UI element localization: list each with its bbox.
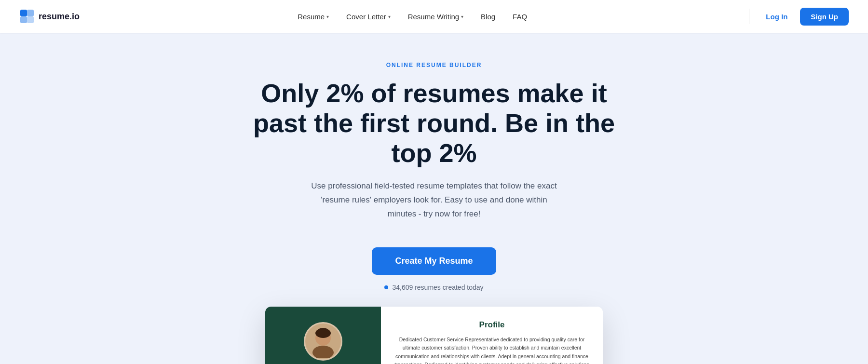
svg-rect-0	[20, 10, 27, 16]
nav-blog[interactable]: Blog	[474, 9, 502, 25]
chevron-down-icon: ▾	[388, 14, 391, 19]
header-divider	[749, 9, 749, 24]
resume-preview-wrapper: Sophie Walton CUSTOMER SERVICEREPRESENTA…	[10, 307, 858, 364]
logo-text: resume.io	[39, 12, 80, 22]
hero-subtitle: Use professional field-tested resume tem…	[309, 179, 559, 221]
hero-title: Only 2% of resumes make it past the firs…	[251, 78, 617, 168]
logo-link[interactable]: resume.io	[19, 9, 80, 24]
resume-count: 34,609 resumes created today	[10, 283, 858, 291]
nav-resume[interactable]: Resume ▾	[291, 9, 336, 25]
resume-right-panel: Profile Dedicated Customer Service Repre…	[381, 307, 603, 364]
hero-section: ONLINE RESUME BUILDER Only 2% of resumes…	[0, 33, 868, 364]
svg-point-7	[317, 328, 329, 335]
nav-cover-letter[interactable]: Cover Letter ▾	[339, 9, 397, 25]
site-header: resume.io Resume ▾ Cover Letter ▾ Resume…	[0, 0, 868, 33]
main-nav: Resume ▾ Cover Letter ▾ Resume Writing ▾…	[291, 9, 534, 25]
hero-label: ONLINE RESUME BUILDER	[10, 62, 858, 68]
count-text: 34,609 resumes created today	[392, 283, 483, 291]
svg-rect-3	[27, 16, 34, 23]
svg-rect-2	[20, 16, 27, 23]
resume-profile-heading: Profile	[394, 320, 589, 330]
nav-faq[interactable]: FAQ	[506, 9, 534, 25]
create-resume-button[interactable]: Create My Resume	[372, 247, 496, 275]
count-indicator	[384, 285, 388, 289]
nav-resume-writing[interactable]: Resume Writing ▾	[401, 9, 470, 25]
svg-rect-1	[27, 10, 34, 16]
resume-avatar	[304, 322, 342, 361]
signup-button[interactable]: Sign Up	[800, 8, 849, 26]
logo-icon	[19, 9, 35, 24]
chevron-down-icon: ▾	[326, 14, 329, 19]
chevron-down-icon: ▾	[461, 14, 463, 19]
login-button[interactable]: Log In	[757, 9, 796, 25]
header-auth: Log In Sign Up	[745, 8, 849, 26]
avatar-image	[309, 324, 338, 358]
svg-point-4	[312, 346, 334, 358]
resume-card: Sophie Walton CUSTOMER SERVICEREPRESENTA…	[265, 307, 603, 364]
resume-profile-text: Dedicated Customer Service Representativ…	[394, 336, 589, 364]
resume-left-panel: Sophie Walton CUSTOMER SERVICEREPRESENTA…	[265, 307, 381, 364]
